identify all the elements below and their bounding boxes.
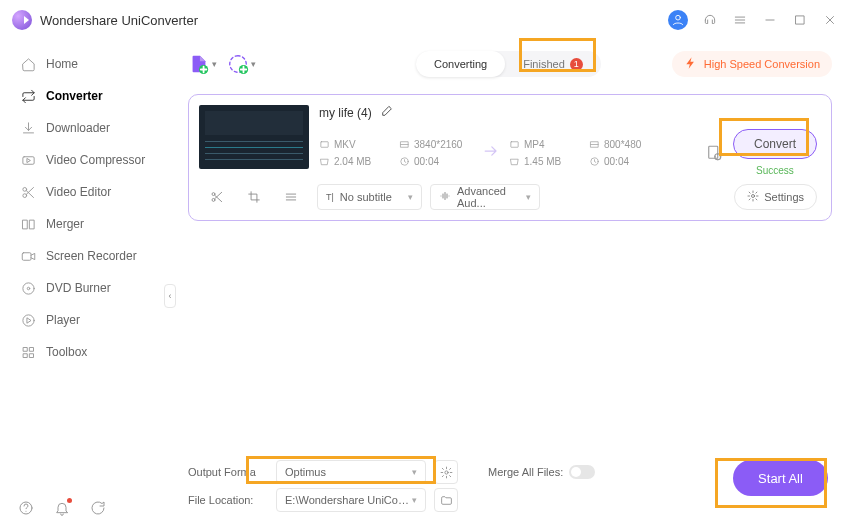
sidebar-item-editor[interactable]: Video Editor	[0, 176, 170, 208]
svg-point-10	[22, 314, 33, 325]
dst-resolution: 800*480	[604, 139, 641, 150]
feedback-icon[interactable]	[90, 500, 106, 516]
svg-point-28	[752, 195, 755, 198]
sidebar-item-label: Video Editor	[46, 185, 111, 199]
src-size: 2.04 MB	[334, 156, 371, 167]
tabs-switch: Converting Finished1	[416, 51, 601, 77]
app-title: Wondershare UniConverter	[40, 13, 198, 28]
play-icon	[20, 312, 36, 328]
open-folder-button[interactable]	[434, 488, 458, 512]
scissors-icon	[20, 184, 36, 200]
converter-icon	[20, 88, 36, 104]
toolbox-icon	[20, 344, 36, 360]
svg-rect-21	[511, 141, 518, 147]
audio-dropdown[interactable]: Advanced Aud... ▾	[430, 184, 540, 210]
sidebar-item-downloader[interactable]: Downloader	[0, 112, 170, 144]
sidebar-item-toolbox[interactable]: Toolbox	[0, 336, 170, 368]
tab-finished-badge: 1	[570, 58, 583, 71]
effects-icon[interactable]	[284, 190, 298, 204]
subtitle-value: No subtitle	[340, 191, 392, 203]
sidebar-item-label: Merger	[46, 217, 84, 231]
status-text: Success	[756, 165, 794, 176]
notifications-icon[interactable]	[54, 500, 70, 516]
add-file-button[interactable]: ▾	[188, 53, 217, 75]
chevron-down-icon: ▾	[526, 192, 531, 202]
file-location-dropdown[interactable]: E:\Wondershare UniConverter ▾	[276, 488, 426, 512]
sidebar-item-label: Converter	[46, 89, 103, 103]
subtitle-icon: T|	[326, 192, 334, 202]
lightning-icon	[684, 56, 698, 72]
subtitle-dropdown[interactable]: T| No subtitle ▾	[317, 184, 422, 210]
title-bar: Wondershare UniConverter	[0, 0, 850, 40]
sidebar-item-label: Player	[46, 313, 80, 327]
trim-icon[interactable]	[210, 190, 224, 204]
sidebar-item-merger[interactable]: Merger	[0, 208, 170, 240]
spinner-add-icon	[227, 53, 249, 75]
disc-icon	[20, 280, 36, 296]
video-thumbnail[interactable]	[199, 105, 309, 169]
svg-rect-1	[796, 16, 804, 24]
output-format-value: Optimus	[285, 466, 326, 478]
add-url-button[interactable]: ▾	[227, 53, 256, 75]
file-card: my life (4) MKV 2.04 MB 3840*2160 00:04 …	[188, 94, 832, 221]
bottom-bar: Output Forma Optimus ▾ Merge All Files: …	[188, 448, 832, 526]
user-account-icon[interactable]	[668, 10, 688, 30]
sidebar-item-converter[interactable]: Converter	[0, 80, 170, 112]
sidebar-item-compressor[interactable]: Video Compressor	[0, 144, 170, 176]
edit-name-icon[interactable]	[380, 105, 393, 121]
recorder-icon	[20, 248, 36, 264]
chevron-down-icon: ▾	[212, 59, 217, 69]
convert-button[interactable]: Convert	[733, 129, 817, 159]
close-icon[interactable]	[822, 12, 838, 28]
maximize-icon[interactable]	[792, 12, 808, 28]
app-logo-icon	[12, 10, 32, 30]
svg-rect-5	[22, 220, 26, 229]
sidebar-item-label: DVD Burner	[46, 281, 111, 295]
merge-toggle[interactable]	[569, 465, 595, 479]
output-settings-icon[interactable]	[705, 144, 723, 162]
tab-finished[interactable]: Finished1	[505, 51, 601, 77]
sidebar-item-label: Screen Recorder	[46, 249, 137, 263]
audio-bars-icon	[439, 190, 451, 204]
menu-icon[interactable]	[732, 12, 748, 28]
svg-rect-24	[709, 146, 718, 158]
output-format-dropdown[interactable]: Optimus ▾	[276, 460, 426, 484]
svg-rect-6	[29, 220, 33, 229]
dst-format: MP4	[524, 139, 545, 150]
sidebar-item-label: Toolbox	[46, 345, 87, 359]
svg-rect-11	[23, 347, 27, 351]
sidebar-item-label: Downloader	[46, 121, 110, 135]
svg-point-9	[27, 287, 30, 290]
high-speed-label: High Speed Conversion	[704, 58, 820, 70]
sidebar-item-dvd[interactable]: DVD Burner	[0, 272, 170, 304]
svg-point-29	[444, 470, 447, 473]
src-duration: 00:04	[414, 156, 439, 167]
src-resolution: 3840*2160	[414, 139, 462, 150]
chevron-down-icon: ▾	[408, 192, 413, 202]
sidebar-item-home[interactable]: Home	[0, 48, 170, 80]
format-settings-button[interactable]	[434, 460, 458, 484]
chevron-down-icon: ▾	[412, 467, 417, 477]
settings-label: Settings	[764, 191, 804, 203]
chevron-down-icon: ▾	[412, 495, 417, 505]
sidebar-item-player[interactable]: Player	[0, 304, 170, 336]
merger-icon	[20, 216, 36, 232]
sidebar-item-label: Video Compressor	[46, 153, 145, 167]
support-icon[interactable]	[702, 12, 718, 28]
minimize-icon[interactable]	[762, 12, 778, 28]
high-speed-button[interactable]: High Speed Conversion	[672, 51, 832, 77]
help-icon[interactable]	[18, 500, 34, 516]
home-icon	[20, 56, 36, 72]
start-all-button[interactable]: Start All	[733, 460, 828, 496]
output-format-label: Output Forma	[188, 466, 268, 478]
dst-size: 1.45 MB	[524, 156, 561, 167]
settings-button[interactable]: Settings	[734, 184, 817, 210]
svg-rect-7	[22, 252, 31, 260]
sidebar: Home Converter Downloader Video Compress…	[0, 40, 170, 526]
src-format: MKV	[334, 139, 356, 150]
tab-converting[interactable]: Converting	[416, 51, 505, 77]
sidebar-item-recorder[interactable]: Screen Recorder	[0, 240, 170, 272]
file-location-label: File Location:	[188, 494, 268, 506]
svg-point-8	[22, 282, 33, 293]
crop-icon[interactable]	[247, 190, 261, 204]
